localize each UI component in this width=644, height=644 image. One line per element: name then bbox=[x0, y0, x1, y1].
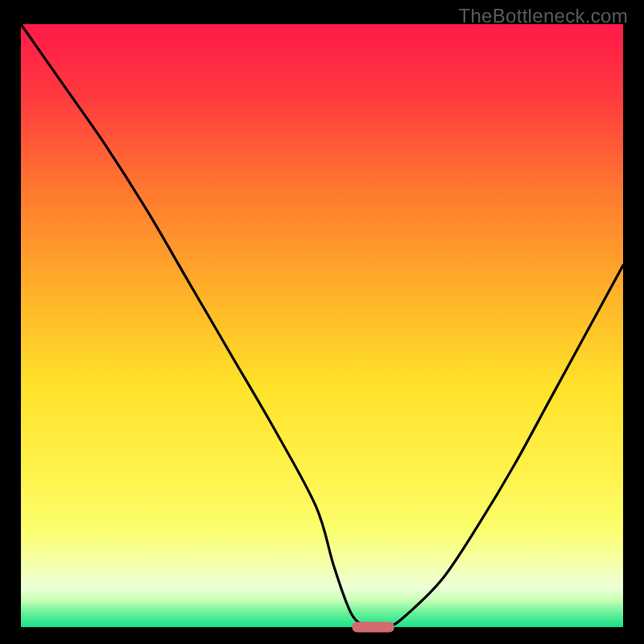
bottleneck-chart: TheBottleneck.com bbox=[0, 0, 644, 644]
bottleneck-marker bbox=[352, 622, 394, 633]
watermark-text: TheBottleneck.com bbox=[458, 5, 628, 27]
chart-svg bbox=[0, 0, 644, 644]
plot-background bbox=[21, 24, 623, 627]
